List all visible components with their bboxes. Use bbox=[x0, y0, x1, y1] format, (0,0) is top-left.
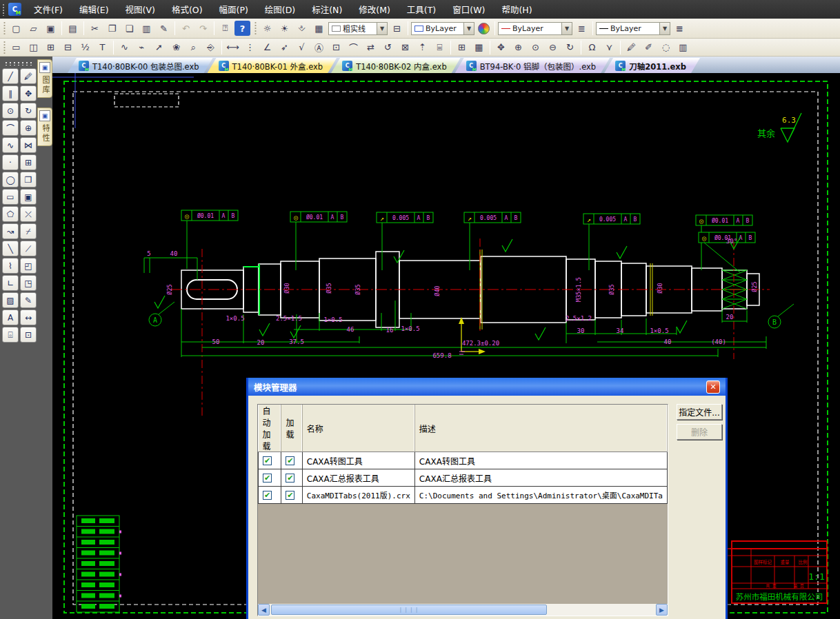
line-tool[interactable]: ╱ bbox=[2, 68, 19, 84]
chevron-down-icon[interactable]: ▼ bbox=[561, 23, 572, 34]
col-desc[interactable]: 描述 bbox=[414, 405, 667, 452]
rectangle-tool[interactable]: ▭ bbox=[2, 189, 19, 205]
dim-leader-icon[interactable]: ➶ bbox=[277, 40, 292, 55]
snap-icon[interactable]: Ω bbox=[584, 40, 600, 55]
dim-angle-icon[interactable]: ∠ bbox=[259, 40, 275, 55]
scroll-right-icon[interactable]: ▶ bbox=[656, 604, 668, 616]
col-load[interactable]: 加载 bbox=[281, 405, 302, 452]
load-checkbox[interactable]: ✔ bbox=[286, 491, 294, 500]
axis-tool[interactable]: ∟ bbox=[2, 275, 19, 291]
load-checkbox[interactable]: ✔ bbox=[286, 474, 294, 483]
line-style-dropdown[interactable]: 粗实线 ▼ bbox=[328, 22, 388, 35]
linetype-dropdown[interactable]: ByLayer ▼ bbox=[498, 22, 572, 35]
menu-item-5[interactable]: 幅面(P) bbox=[211, 1, 257, 18]
parallel-tool[interactable]: ∥ bbox=[2, 85, 19, 101]
open-icon[interactable]: ▱ bbox=[26, 21, 41, 36]
lineweight-dropdown[interactable]: ByLayer ▼ bbox=[596, 22, 670, 35]
lineweight-manager-icon[interactable]: ≡ bbox=[672, 21, 688, 36]
dim-tool[interactable]: ↔ bbox=[20, 310, 37, 325]
slash-tool[interactable]: ╲ bbox=[2, 241, 19, 256]
copy-icon[interactable]: ❐ bbox=[104, 21, 120, 36]
move-tool[interactable]: ✥ bbox=[20, 85, 37, 101]
auto-load-checkbox[interactable]: ✔ bbox=[263, 474, 272, 483]
ruler-icon[interactable]: ▦ bbox=[471, 40, 487, 55]
spline-tool[interactable]: ∿ bbox=[2, 137, 19, 153]
menu-item-4[interactable]: 格式(O) bbox=[163, 1, 211, 18]
curve-tool[interactable]: ↝ bbox=[2, 223, 19, 239]
document-tab-3[interactable]: CMT140·80BK-02 内盒.exb bbox=[331, 58, 461, 73]
save-icon[interactable]: ▣ bbox=[43, 21, 59, 36]
chevron-down-icon[interactable]: ▼ bbox=[659, 23, 670, 34]
magnify-icon[interactable]: ⌕ bbox=[186, 40, 201, 55]
rotate-copy-tool[interactable]: ↻ bbox=[20, 103, 37, 119]
menu-item-3[interactable]: 视图(V) bbox=[117, 1, 163, 18]
dim-edit-tool[interactable]: ✎ bbox=[20, 292, 37, 308]
profile-icon[interactable]: ⎆ bbox=[203, 40, 219, 55]
arc-tool[interactable]: ⌒ bbox=[2, 120, 19, 136]
dialog-title-bar[interactable]: 模块管理器 ✕ bbox=[248, 378, 726, 396]
dim-coord-icon[interactable]: ⋮ bbox=[242, 40, 258, 55]
scroll-left-icon[interactable]: ◀ bbox=[258, 604, 270, 616]
layer-lock-icon[interactable]: ☀ bbox=[277, 21, 292, 36]
auto-load-checkbox[interactable]: ✔ bbox=[263, 456, 272, 465]
copy-tool[interactable]: ❐ bbox=[20, 172, 37, 187]
paste-icon[interactable]: ▥ bbox=[139, 21, 154, 36]
toolbar-grip[interactable] bbox=[3, 21, 6, 35]
table-row[interactable]: ✔✔CAXA转图工具CAXA转图工具 bbox=[259, 452, 668, 469]
table-row[interactable]: ✔✔CAXA汇总报表工具CAXA汇总报表工具 bbox=[259, 469, 668, 487]
text-fit-icon[interactable]: ⊠ bbox=[397, 40, 413, 55]
mirror-tool[interactable]: ⋈ bbox=[20, 137, 37, 153]
zoom-in-icon[interactable]: ⊕ bbox=[510, 40, 526, 55]
wave-line-icon[interactable]: ∿ bbox=[117, 40, 132, 55]
view-rotate-icon[interactable]: ↻ bbox=[562, 40, 578, 55]
auto-load-checkbox[interactable]: ✔ bbox=[263, 491, 272, 500]
dim-check-icon[interactable]: √ bbox=[294, 40, 310, 55]
split-icon[interactable]: ⋎ bbox=[601, 40, 617, 55]
menu-item-6[interactable]: 绘图(D) bbox=[257, 1, 303, 18]
paste-tool[interactable]: ▣ bbox=[20, 189, 37, 205]
menu-item-7[interactable]: 标注(N) bbox=[303, 1, 350, 18]
dim-datum-icon[interactable]: Ⓐ bbox=[311, 40, 327, 55]
display-icon[interactable]: ⊞ bbox=[454, 40, 470, 55]
break-tool[interactable]: ⤫ bbox=[20, 206, 37, 222]
close-icon[interactable]: ✕ bbox=[706, 380, 720, 394]
delete-button[interactable]: 删除 bbox=[677, 424, 722, 440]
dim-arc-icon[interactable]: ⌒ bbox=[346, 40, 361, 55]
zoom-out-icon[interactable]: ⊖ bbox=[545, 40, 561, 55]
table-row[interactable]: ✔✔CaxaMDITabs(2011版).crxC:\Documents and… bbox=[259, 487, 668, 504]
format-brush-icon[interactable]: ✎ bbox=[156, 21, 172, 36]
frame-fill-icon[interactable]: ◫ bbox=[26, 40, 41, 55]
extend-tool[interactable]: ⟋ bbox=[20, 241, 37, 256]
chevron-down-icon[interactable]: ▼ bbox=[377, 23, 387, 34]
horizontal-scrollbar[interactable]: ◀ ❘❘❘❘ ▶ bbox=[258, 604, 668, 616]
lasso-icon[interactable]: ◌ bbox=[658, 40, 674, 55]
color-dropdown[interactable]: ByLayer ▼ bbox=[411, 22, 474, 35]
corner-tool[interactable]: ◰ bbox=[20, 258, 37, 274]
print-icon[interactable]: ▤ bbox=[65, 21, 81, 36]
block-edit-tool[interactable]: ◳ bbox=[20, 275, 37, 291]
help-icon[interactable]: ? bbox=[234, 21, 250, 36]
layer-panel-icon[interactable]: ⊟ bbox=[389, 21, 405, 36]
menu-item-8[interactable]: 修改(M) bbox=[350, 1, 399, 18]
serial-number-icon[interactable]: ½ bbox=[77, 40, 93, 55]
point-tool[interactable]: · bbox=[2, 154, 19, 170]
props-tool[interactable]: ⊡ bbox=[20, 327, 37, 343]
text-rotate-icon[interactable]: ↺ bbox=[380, 40, 396, 55]
text-box-icon[interactable]: ⌸ bbox=[432, 40, 448, 55]
menu-item-9[interactable]: 工具(T) bbox=[399, 1, 444, 18]
specify-file-button[interactable]: 指定文件... bbox=[677, 404, 722, 420]
trim-tool[interactable]: ⌿ bbox=[20, 223, 37, 239]
scrollbar-thumb[interactable]: ❘❘❘❘ bbox=[271, 605, 547, 615]
text-tool[interactable]: A bbox=[2, 310, 19, 325]
polygon-tool[interactable]: ⬠ bbox=[2, 206, 19, 222]
menubar-grip[interactable] bbox=[2, 3, 5, 16]
layer-on-icon[interactable]: ☼ bbox=[259, 21, 275, 36]
load-checkbox[interactable]: ✔ bbox=[286, 456, 294, 465]
cut-icon[interactable]: ✂ bbox=[87, 21, 103, 36]
circle-tool[interactable]: ⊙ bbox=[2, 103, 19, 119]
brush-icon[interactable]: 🖉 bbox=[623, 40, 639, 55]
dim-tolerance-icon[interactable]: ⊡ bbox=[328, 40, 344, 55]
copy-base-icon[interactable]: ❏ bbox=[121, 21, 137, 36]
menu-item-11[interactable]: 帮助(H) bbox=[493, 1, 540, 18]
new-icon[interactable]: ▢ bbox=[8, 21, 24, 36]
